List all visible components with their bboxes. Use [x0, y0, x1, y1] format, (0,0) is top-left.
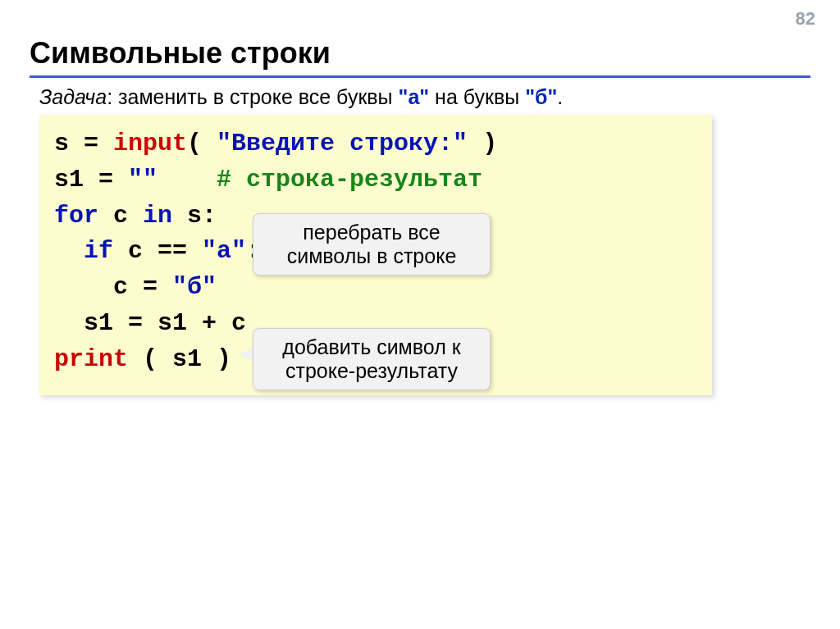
tok-print: print	[54, 345, 128, 373]
code-line-1: s = input( "Введите строку:" )	[54, 126, 697, 162]
tok-cvar: c	[113, 237, 143, 265]
tok-s: s	[54, 130, 69, 157]
task-text-1: заменить в строке все буквы	[118, 85, 398, 108]
tok-eq2: =	[84, 166, 128, 194]
tok-eq: =	[69, 130, 113, 157]
task-letter-b: "б"	[525, 85, 557, 108]
tok-print-args: ( s1 )	[128, 345, 231, 373]
tok-in: in	[143, 202, 172, 230]
tok-if: if	[84, 237, 113, 265]
code-line-2: s1 = "" # строка-результат	[54, 162, 697, 198]
tok-for: for	[54, 202, 98, 230]
tok-open: (	[187, 130, 217, 157]
tok-indent4	[54, 237, 84, 265]
task-label: Задача	[39, 85, 107, 108]
task-sep: :	[107, 85, 118, 108]
tok-str-a: "а"	[202, 237, 246, 265]
slide-title: Символьные строки	[30, 36, 331, 71]
tok-pad	[158, 166, 217, 194]
title-underline	[30, 75, 810, 78]
tok-s1: s1	[54, 166, 84, 194]
tok-close: )	[468, 130, 497, 157]
tok-expr6: s1 = s1 + c	[84, 309, 246, 337]
tok-indent6	[54, 309, 84, 337]
tok-eq5: =	[128, 273, 172, 301]
tok-c-var: c	[98, 202, 143, 230]
tok-str-prompt: "Введите строку:"	[217, 130, 468, 157]
tok-empty-str: ""	[128, 166, 158, 194]
task-text-2: на буквы	[429, 85, 525, 108]
tok-comment: # строка-результат	[217, 166, 482, 194]
tok-str-b: "б"	[172, 273, 217, 301]
task-letter-a: "а"	[399, 85, 430, 108]
task-end: .	[557, 85, 563, 108]
tok-eqeq: ==	[143, 237, 202, 265]
tok-indent5	[54, 273, 113, 301]
callout-iterate: перебрать все символы в строке	[253, 213, 491, 276]
tok-s-colon: s:	[172, 202, 217, 230]
callout-append: добавить символ к строке-результату	[253, 328, 491, 390]
tok-input: input	[113, 130, 187, 157]
page-number: 82	[796, 8, 815, 30]
task-line: Задача: заменить в строке все буквы "а" …	[39, 85, 563, 109]
tok-c5: c	[113, 273, 128, 301]
